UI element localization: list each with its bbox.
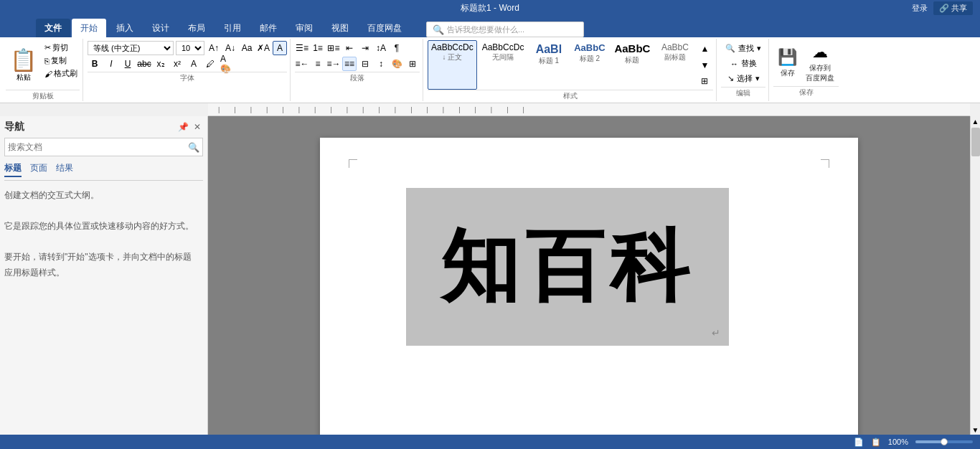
style-subtitle[interactable]: AaBbC 副标题 [655, 40, 694, 90]
subscript-btn[interactable]: x₂ [154, 57, 168, 71]
scroll-thumb[interactable] [971, 128, 980, 156]
corner-tr [821, 159, 829, 168]
ribbon-tabs-bar: 文件 开始 插入 设计 布局 引用 邮件 审阅 视图 百度网盘 🔍 告诉我您想要… [0, 16, 980, 37]
decrease-indent-btn[interactable]: ⇤ [342, 41, 357, 55]
main-area: 导航 📌 ✕ 🔍 标题 页面 结果 创建文档的交互式大纲。 它是跟踪您的具体位置… [0, 116, 980, 435]
numbering-btn[interactable]: 1≡ [311, 41, 325, 55]
borders-btn[interactable]: ⊞ [405, 57, 420, 71]
document-page[interactable]: 知百科 ↵ [320, 138, 858, 435]
navigation-pane: 导航 📌 ✕ 🔍 标题 页面 结果 创建文档的交互式大纲。 它是跟踪您的具体位置… [0, 116, 208, 435]
clear-format-btn[interactable]: ✗A [256, 41, 270, 55]
tab-references[interactable]: 引用 [215, 19, 250, 37]
clipboard-group: 📋 粘贴 ✂剪切 ⎘复制 🖌格式刷 剪贴板 [3, 39, 83, 101]
editing-group: 🔍查找▾ ↔替换 ↘选择▾ 编辑 [718, 39, 769, 101]
save-baidu-btn[interactable]: ☁ 保存到百度网盘 [803, 42, 837, 85]
tab-view[interactable]: 视图 [323, 19, 357, 37]
align-left-btn[interactable]: ≡← [295, 57, 309, 71]
cut-button[interactable]: ✂剪切 [42, 42, 80, 54]
align-center-btn[interactable]: ≡ [311, 57, 325, 71]
font-size-select[interactable]: 100 [176, 41, 204, 55]
title-text: 标题款1 - Word [461, 2, 519, 14]
change-case-btn[interactable]: Aa [240, 41, 254, 55]
tab-design[interactable]: 设计 [143, 19, 178, 37]
replace-btn[interactable]: ↔替换 [722, 57, 764, 70]
superscript-btn[interactable]: x² [170, 57, 184, 71]
find-btn[interactable]: 🔍查找▾ [722, 42, 764, 55]
document-area[interactable]: ▲ ▼ 知百科 ↵ [208, 116, 980, 435]
nav-tab-pages[interactable]: 页面 [30, 162, 47, 177]
nav-tab-headings[interactable]: 标题 [4, 162, 22, 177]
styles-expand[interactable]: ⊞ [697, 74, 712, 88]
copy-button[interactable]: ⎘复制 [42, 55, 80, 67]
style-heading1[interactable]: AaBl 标题 1 [529, 40, 568, 90]
clipboard-label: 剪贴板 [6, 90, 80, 101]
tab-insert[interactable]: 插入 [108, 19, 142, 37]
nav-pin-btn[interactable]: 📌 [177, 121, 189, 133]
font-color-btn[interactable]: A [187, 57, 201, 71]
paste-button[interactable]: 📋 粘贴 [6, 40, 41, 90]
font-group: 等线 (中文正) 100 A↑ A↓ Aa ✗A A B I U abc x₂ … [85, 39, 291, 101]
underline-btn[interactable]: U [121, 57, 135, 71]
zoom-slider[interactable] [915, 440, 973, 443]
vertical-scrollbar[interactable]: ▲ ▼ [970, 116, 980, 435]
sort-btn[interactable]: ↕A [374, 41, 388, 55]
strikethrough-btn[interactable]: abc [137, 57, 151, 71]
nav-content-area: 创建文档的交互式大纲。 它是跟踪您的具体位置或快速移动内容的好方式。 要开始，请… [4, 188, 203, 281]
decrease-font-btn[interactable]: A↓ [223, 41, 237, 55]
justify-btn[interactable]: ≡≡ [342, 57, 357, 71]
select-btn[interactable]: ↘选择▾ [722, 72, 764, 85]
nav-search-input[interactable] [8, 142, 188, 152]
tab-file[interactable]: 文件 [36, 19, 70, 37]
login-btn[interactable]: 登录 [912, 3, 928, 14]
nav-search-box[interactable]: 🔍 [4, 138, 203, 156]
italic-btn[interactable]: I [104, 57, 118, 71]
multilevel-btn[interactable]: ⊞≡ [326, 41, 341, 55]
tab-baidu[interactable]: 百度网盘 [359, 19, 410, 37]
big-text: 知百科 [440, 214, 694, 321]
view-mode-btn[interactable]: 📄 [854, 438, 864, 447]
style-title[interactable]: AaBbC 标题 [611, 40, 654, 90]
shading-btn[interactable]: A🎨 [220, 57, 234, 71]
save-btn[interactable]: 💾 保存 [775, 42, 800, 85]
save-label: 保存 [773, 86, 839, 98]
tab-layout[interactable]: 布局 [179, 19, 214, 37]
align-right-btn[interactable]: ≡→ [326, 57, 341, 71]
tab-review[interactable]: 审阅 [287, 19, 321, 37]
styles-scroll-up[interactable]: ▲ [697, 42, 712, 56]
paragraph-label: 段落 [295, 72, 420, 83]
bold-btn[interactable]: B [88, 57, 102, 71]
tab-home[interactable]: 开始 [72, 19, 106, 37]
line-spacing-btn[interactable]: ↕ [374, 57, 388, 71]
style-heading2[interactable]: AaBbC 标题 2 [570, 40, 609, 90]
tab-mailings[interactable]: 邮件 [251, 19, 286, 37]
format-painter-button[interactable]: 🖌格式刷 [42, 67, 80, 80]
style-normal[interactable]: AaBbCcDc ↓ 正文 [428, 40, 477, 90]
paragraph-group: ☰≡ 1≡ ⊞≡ ⇤ ⇥ ↕A ¶ ≡← ≡ ≡→ ≡≡ ⊟ ↕ 🎨 ⊞ 段落 [292, 39, 423, 101]
nav-search-icon: 🔍 [188, 142, 199, 153]
ruler-horizontal: | | | | | | | | | | | | | | | | | | | | [208, 103, 970, 116]
view-layout-btn[interactable]: 📋 [871, 438, 881, 447]
share-btn[interactable]: 🔗 共享 [933, 1, 973, 15]
shading-para-btn[interactable]: 🎨 [390, 57, 404, 71]
nav-tab-results[interactable]: 结果 [56, 162, 73, 177]
style-no-space[interactable]: AaBbCcDc 无间隔 [479, 40, 528, 90]
scroll-down-btn[interactable]: ▼ [971, 425, 981, 435]
font-name-select[interactable]: 等线 (中文正) [88, 41, 174, 55]
title-bar: 标题款1 - Word 登录 🔗 共享 [0, 0, 980, 16]
zoom-level: 100% [888, 438, 908, 446]
nav-close-btn[interactable]: ✕ [192, 121, 203, 133]
styles-scroll-down[interactable]: ▼ [697, 58, 712, 72]
increase-font-btn[interactable]: A↑ [207, 41, 221, 55]
text-image-block[interactable]: 知百科 ↵ [406, 188, 729, 346]
status-bar: 📄 📋 100% [0, 435, 980, 449]
show-marks-btn[interactable]: ¶ [390, 41, 404, 55]
highlight-btn[interactable]: 🖊 [203, 57, 217, 71]
styles-label: 样式 [428, 90, 713, 101]
bullets-btn[interactable]: ☰≡ [295, 41, 309, 55]
text-effects-btn[interactable]: A [273, 41, 287, 55]
scroll-up-btn[interactable]: ▲ [971, 116, 981, 126]
editing-label: 编辑 [721, 87, 765, 98]
columns-btn[interactable]: ⊟ [358, 57, 372, 71]
font-label: 字体 [88, 72, 287, 83]
increase-indent-btn[interactable]: ⇥ [358, 41, 372, 55]
